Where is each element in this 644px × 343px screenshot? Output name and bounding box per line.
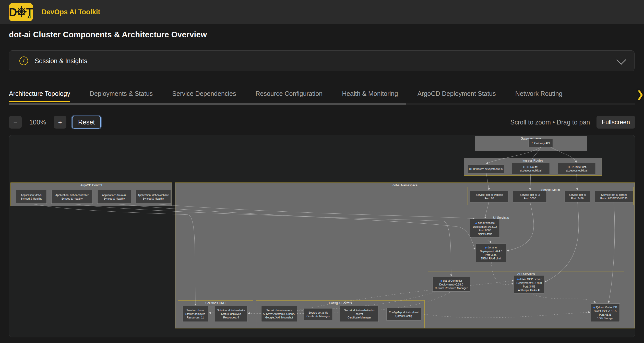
node-app-controller[interactable]: Application: dot-ai-controllerSynced & H… <box>51 190 93 204</box>
node-httproute-ui-line-1: ui.devopstoolkit.ai <box>520 169 541 172</box>
architecture-diagram-canvas[interactable]: dot-ai NamespaceGateway LayerIngress Rou… <box>9 135 635 337</box>
node-svc-website-line-0: Service: dot-ai-website <box>476 193 503 197</box>
node-configmap-qdrant-line-0: ConfigMap: dot-ai-qdrant <box>389 311 419 314</box>
node-deploy-controller[interactable]: ◆dot-ai ControllerDeployment v0.38.0Cust… <box>432 277 470 292</box>
node-svc-dot-ai[interactable]: Service: dot-aiPort: 3456 <box>565 191 590 202</box>
tab-scroll-right-icon[interactable]: ❯ <box>636 89 644 100</box>
tab-scrollbar-thumb[interactable] <box>9 103 406 105</box>
node-deploy-ui[interactable]: ◆dot-ai-uiDeployment v0.4.0Port: 3000256… <box>476 244 506 262</box>
tab-deployments-status[interactable]: Deployments & Status <box>90 87 153 102</box>
node-deploy-controller-line-0: ◆dot-ai Controller <box>440 279 462 283</box>
node-deploy-controller-line-1: Deployment v0.38.0 <box>439 283 463 286</box>
node-qdrant-db-line-0: ◆Qdrant Vector DB <box>593 305 617 309</box>
node-svc-qdrant[interactable]: Service: dot-ai-qdrantPorts: 6333/6334/6… <box>595 191 633 202</box>
gateway-icon: ≡ <box>531 141 533 145</box>
node-secret-dot-ai-line-1: AI Keys: Anthropic, OpenAI <box>263 312 295 316</box>
node-app-controller-line-1: Synced & Healthy <box>61 197 82 200</box>
node-deploy-mcp-line-2: Port: 3456 <box>523 285 535 288</box>
node-svc-ui[interactable]: Service: dot-ai-uiPort: 3000 <box>513 191 547 202</box>
node-httproute-dot-ai[interactable]: HTTPRoute: dot-ai.devopstoolkit.ai <box>558 163 596 174</box>
node-secret-website-tls-line-2: Certificate Manager <box>348 316 371 319</box>
node-gateway-api-line-0: ≡Gateway API <box>531 141 550 145</box>
zoom-in-button[interactable]: + <box>54 116 66 129</box>
node-qdrant-db-line-3: 10Gi Storage <box>597 316 613 320</box>
node-svc-ui-line-1: Port: 3000 <box>524 197 536 200</box>
node-svc-ui-line-0: Service: dot-ai-ui <box>520 193 540 197</box>
node-solution-dot-ai[interactable]: Solution: dot-aiStatus: deployedResource… <box>183 306 208 322</box>
node-deploy-mcp-line-0: ◆dot-ai MCP Server <box>517 277 542 281</box>
node-secret-dot-ai[interactable]: Secret: dot-ai-secretsAI Keys: Anthropic… <box>261 306 297 322</box>
fullscreen-button[interactable]: Fullscreen <box>597 116 635 129</box>
node-svc-dot-ai-line-0: Service: dot-ai <box>569 193 586 197</box>
tab-argocd-deployment-status[interactable]: ArgoCD Deployment Status <box>418 87 496 102</box>
node-app-dot-ai[interactable]: Application: dot-aiSynced & Healthy <box>16 190 47 204</box>
node-svc-website[interactable]: Service: dot-ai-websitePort: 80 <box>470 191 508 202</box>
edge-app-controller-to-deploy-controller <box>72 204 451 276</box>
tab-resource-configuration[interactable]: Resource Configuration <box>255 87 323 102</box>
node-deploy-ui-line-1: Deployment v0.4.0 <box>480 249 502 253</box>
tab-network-routing[interactable]: Network Routing <box>515 87 563 102</box>
node-solution-dot-ai-line-1: Status: deployed <box>185 312 205 316</box>
chevron-down-icon[interactable] <box>616 55 626 65</box>
deployment-icon: ◆ <box>485 246 487 249</box>
edge-deploy-mcp-to-qdrant-db <box>530 294 595 302</box>
node-httproute-ui[interactable]: HTTPRoute:ui.devopstoolkit.ai <box>512 163 550 174</box>
deployment-icon: ◆ <box>517 278 519 281</box>
node-deploy-ui-line-0: ◆dot-ai-ui <box>485 246 497 249</box>
node-svc-qdrant-line-0: Service: dot-ai-qdrant <box>601 193 627 197</box>
node-configmap-qdrant[interactable]: ConfigMap: dot-ai-qdrantQdrant Config <box>386 308 421 321</box>
tab-architecture-topology[interactable]: Architecture Topology <box>9 87 70 102</box>
node-secret-website-tls[interactable]: Secret: dot-ai-website-tls-secretCertifi… <box>340 306 379 322</box>
deployment-icon: ◆ <box>440 279 442 282</box>
session-panel-title: Session & Insights <box>35 57 87 65</box>
session-insights-panel[interactable]: i Session & Insights <box>9 50 635 71</box>
edge-app-ui-to-deploy-ui <box>114 204 475 249</box>
node-solution-dot-ai-line-2: Resources: 11 <box>187 316 204 319</box>
zoom-out-button[interactable]: − <box>9 116 22 129</box>
node-deploy-mcp[interactable]: ◆dot-ai MCP ServerDeployment v0.178.0Por… <box>514 275 544 294</box>
logo-letter-d: D <box>9 7 17 18</box>
tab-health-monitoring[interactable]: Health & Monitoring <box>342 87 398 102</box>
edge-svc-dot-ai-to-deploy-mcp <box>545 202 579 282</box>
node-deploy-website-line-3: Nginx Static <box>478 232 492 236</box>
edge-svc-qdrant-to-qdrant-db <box>608 202 615 303</box>
node-deploy-website-line-1: Deployment v0.3.22 <box>473 225 497 228</box>
node-qdrant-db-line-1: StatefulSet v1.15.5 <box>594 309 617 313</box>
node-solution-website-line-0: Solution: dot-ai-website <box>217 308 245 312</box>
edge-svc-website-to-deploy-website <box>485 202 489 218</box>
node-app-controller-line-0: Application: dot-ai-controller <box>55 193 89 197</box>
node-httproute-dot-ai-line-1: ai.devopstoolkit.ai <box>566 169 587 172</box>
tab-bar: Architecture TopologyDeployments & Statu… <box>9 87 635 102</box>
node-httproute-root[interactable]: HTTPRoute: devopstoolkit.ai <box>468 165 504 173</box>
node-solution-website-line-1: Status: deployed <box>221 312 241 316</box>
node-qdrant-db[interactable]: ◆Qdrant Vector DBStatefulSet v1.15.5Port… <box>591 303 620 322</box>
node-deploy-mcp-line-1: Deployment v0.178.0 <box>516 281 542 285</box>
node-svc-dot-ai-line-1: Port: 3456 <box>571 197 583 200</box>
node-secret-tls[interactable]: Secret: dot-ai-tlsCertificate Manager <box>304 308 333 320</box>
node-httproute-ui-line-0: HTTPRoute: <box>523 165 538 169</box>
node-deploy-website-line-0: ◆dot-ai-website <box>475 221 495 225</box>
node-app-website[interactable]: Application: dot-ai-websiteSynced & Heal… <box>136 190 171 204</box>
node-app-website-line-1: Synced & Healthy <box>142 197 164 200</box>
node-secret-website-tls-line-1: secret <box>356 312 363 316</box>
node-deploy-controller-line-2: Custom Resource Manager <box>435 286 468 290</box>
info-icon: i <box>19 56 28 65</box>
node-solution-website[interactable]: Solution: dot-ai-websiteStatus: deployed… <box>215 306 247 322</box>
node-app-ui[interactable]: Application: dot-ai-uiSynced & Healthy <box>97 190 131 204</box>
node-deploy-mcp-line-3: Anthropic Haiku AI <box>518 288 540 292</box>
logo-wheel-icon <box>17 6 26 18</box>
tab-scrollbar-track[interactable] <box>9 103 635 105</box>
node-gateway-api[interactable]: ≡Gateway API <box>528 139 553 147</box>
node-qdrant-db-line-2: Port: 6333 <box>599 313 611 316</box>
deployment-icon: ◆ <box>593 306 595 309</box>
node-httproute-dot-ai-line-0: HTTPRoute: dot- <box>567 165 587 169</box>
node-solution-dot-ai-line-0: Solution: dot-ai <box>186 308 204 312</box>
node-deploy-website[interactable]: ◆dot-ai-websiteDeployment v0.3.22Port: 8… <box>470 219 500 237</box>
node-secret-website-tls-line-0: Secret: dot-ai-website-tls- <box>344 308 374 312</box>
node-app-website-line-0: Application: dot-ai-website <box>138 193 169 197</box>
pan-zoom-hint: Scroll to zoom • Drag to pan <box>510 119 590 126</box>
node-deploy-ui-line-2: Port: 3000 <box>485 253 497 257</box>
tab-service-dependencies[interactable]: Service Dependencies <box>172 87 236 102</box>
edge-app-dot-ai-to-solution-dot-ai <box>32 204 195 305</box>
reset-button[interactable]: Reset <box>72 116 101 129</box>
